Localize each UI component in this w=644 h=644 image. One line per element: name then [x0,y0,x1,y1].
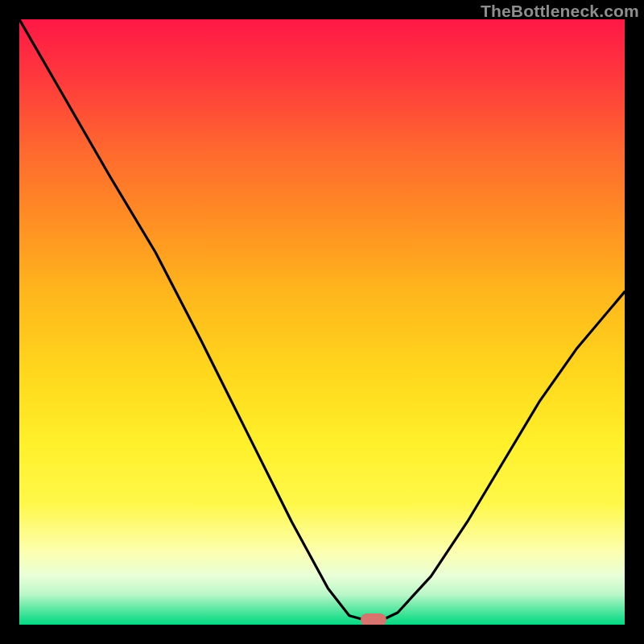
curve-path [19,19,625,620]
optimum-marker [361,613,386,625]
chart-frame: TheBottleneck.com [0,0,644,644]
bottleneck-curve [19,19,625,625]
watermark-text: TheBottleneck.com [481,2,639,21]
plot-area [19,19,625,625]
